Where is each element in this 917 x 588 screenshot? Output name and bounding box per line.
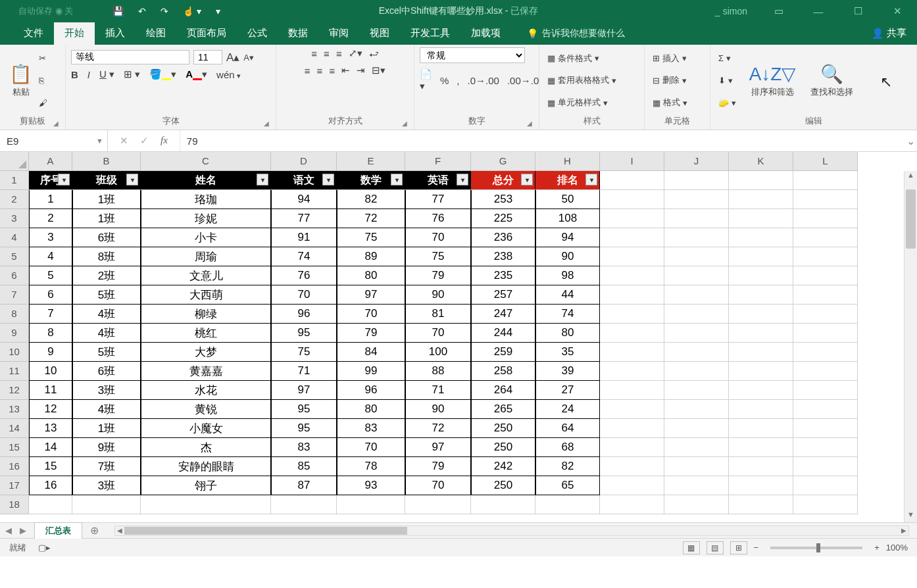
cell[interactable]: 大梦: [141, 343, 271, 362]
save-icon[interactable]: 💾: [112, 6, 124, 16]
expand-formula-bar-icon[interactable]: ⌄: [904, 135, 917, 147]
cell[interactable]: 珞珈: [141, 190, 271, 209]
cell[interactable]: 87: [271, 476, 337, 495]
normal-view-icon[interactable]: ▦: [683, 541, 700, 554]
cell[interactable]: 4班: [72, 305, 141, 324]
page-break-view-icon[interactable]: ⊞: [730, 541, 747, 554]
minimize-icon[interactable]: —: [810, 6, 826, 17]
page-layout-view-icon[interactable]: ▤: [706, 541, 724, 554]
align-center-icon[interactable]: ≡: [317, 65, 323, 76]
cell[interactable]: 97: [405, 438, 471, 457]
cell[interactable]: 5班: [72, 343, 141, 362]
filter-icon[interactable]: ▾: [58, 174, 70, 185]
cell[interactable]: [793, 495, 858, 514]
cell[interactable]: 5: [29, 266, 72, 285]
cell[interactable]: 81: [405, 305, 471, 324]
cell[interactable]: [793, 400, 858, 419]
cell[interactable]: 78: [337, 457, 405, 476]
cell[interactable]: 75: [405, 247, 471, 266]
font-size-input[interactable]: [193, 50, 222, 64]
cell[interactable]: 7班: [72, 457, 141, 476]
cell[interactable]: 225: [471, 209, 535, 228]
cut-icon[interactable]: ✂: [36, 52, 50, 64]
cell[interactable]: [600, 476, 664, 495]
cell[interactable]: [664, 190, 729, 209]
enter-formula-icon[interactable]: ✓: [140, 135, 149, 147]
cell[interactable]: [600, 438, 664, 457]
filter-icon[interactable]: ▾: [322, 174, 334, 185]
cell[interactable]: 95: [271, 400, 337, 419]
format-cells-button[interactable]: ▦ 格式 ▾: [650, 95, 690, 110]
percent-format-icon[interactable]: %: [440, 75, 449, 86]
row-header[interactable]: 15: [0, 438, 29, 457]
cell[interactable]: 83: [271, 438, 337, 457]
cell[interactable]: 93: [337, 476, 405, 495]
align-right-icon[interactable]: ≡: [329, 65, 335, 76]
cell[interactable]: [793, 362, 858, 381]
scroll-down-icon[interactable]: ▼: [905, 510, 917, 522]
redo-icon[interactable]: ↷: [161, 6, 168, 16]
cell[interactable]: 50: [535, 190, 600, 209]
row-header[interactable]: 5: [0, 247, 29, 266]
col-header-A[interactable]: A: [29, 152, 72, 171]
cell[interactable]: 259: [471, 343, 535, 362]
cell[interactable]: [600, 266, 664, 285]
cell[interactable]: 1班: [72, 190, 141, 209]
cell[interactable]: 89: [337, 247, 405, 266]
cell[interactable]: 杰: [141, 438, 271, 457]
tab-layout[interactable]: 页面布局: [176, 22, 237, 45]
cell[interactable]: [600, 247, 664, 266]
tab-data[interactable]: 数据: [278, 22, 318, 45]
cell[interactable]: 79: [405, 266, 471, 285]
cell[interactable]: 13: [29, 419, 72, 438]
cell[interactable]: 9: [29, 343, 72, 362]
cell[interactable]: 8: [29, 324, 72, 343]
cell[interactable]: 5班: [72, 285, 141, 305]
ribbon-display-icon[interactable]: ▭: [771, 5, 787, 17]
cell[interactable]: 周瑜: [141, 247, 271, 266]
cell[interactable]: 排名▾: [535, 171, 600, 190]
col-header-C[interactable]: C: [141, 152, 271, 171]
row-header[interactable]: 2: [0, 190, 29, 209]
row-header[interactable]: 8: [0, 305, 29, 324]
border-button[interactable]: ⊞ ▾: [124, 68, 140, 80]
sheet-tab-active[interactable]: 汇总表: [34, 522, 82, 539]
cell[interactable]: [271, 495, 337, 514]
cell[interactable]: [664, 247, 729, 266]
cell[interactable]: 70: [337, 305, 405, 324]
cell[interactable]: 2班: [72, 266, 141, 285]
cell[interactable]: [600, 362, 664, 381]
cell[interactable]: [729, 247, 793, 266]
align-dialog-icon[interactable]: ◢: [402, 120, 407, 127]
cell[interactable]: [729, 285, 793, 305]
row-header[interactable]: 18: [0, 495, 29, 514]
cell[interactable]: 75: [337, 228, 405, 247]
conditional-format-button[interactable]: ▦ 条件格式 ▾: [545, 51, 619, 66]
cell[interactable]: 97: [337, 285, 405, 305]
cell[interactable]: 68: [535, 438, 600, 457]
cell[interactable]: [600, 419, 664, 438]
cell[interactable]: [664, 171, 729, 190]
row-header[interactable]: 1: [0, 171, 29, 190]
cell[interactable]: 1: [29, 190, 72, 209]
cell[interactable]: [729, 419, 793, 438]
maximize-icon[interactable]: ☐: [850, 5, 866, 17]
cell[interactable]: [729, 400, 793, 419]
tab-insert[interactable]: 插入: [95, 22, 136, 45]
cell[interactable]: [729, 343, 793, 362]
cell[interactable]: 76: [405, 209, 471, 228]
cell[interactable]: [793, 266, 858, 285]
hscroll-thumb[interactable]: [124, 527, 407, 535]
cell[interactable]: 姓名▾: [141, 171, 271, 190]
cell[interactable]: 7: [29, 305, 72, 324]
tab-view[interactable]: 视图: [359, 22, 400, 45]
delete-cells-button[interactable]: ⊟ 删除 ▾: [650, 73, 690, 87]
zoom-slider[interactable]: [770, 547, 862, 549]
cell[interactable]: [729, 457, 793, 476]
cell[interactable]: 71: [271, 362, 337, 381]
cell[interactable]: 77: [271, 209, 337, 228]
zoom-out-icon[interactable]: −: [754, 543, 759, 552]
insert-function-icon[interactable]: fx: [161, 135, 168, 147]
align-middle-icon[interactable]: ≡: [324, 48, 330, 59]
formula-input[interactable]: 79: [180, 130, 904, 151]
